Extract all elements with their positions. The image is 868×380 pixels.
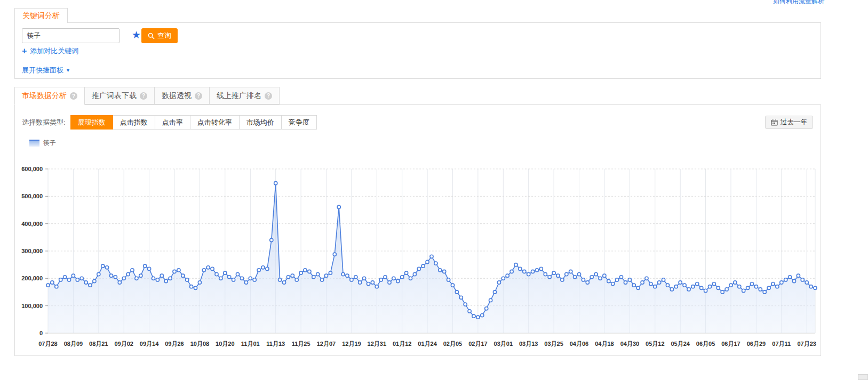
svg-text:100,000: 100,000 (21, 303, 43, 309)
analysis-tab-0[interactable]: 市场数据分析? (14, 87, 85, 105)
market-data-panel: 选择数据类型: 展现指数点击指数点击率点击转化率市场均价竞争度 过去一年 筷子 … (14, 104, 821, 356)
help-icon[interactable]: ? (195, 92, 202, 100)
svg-text:11月13: 11月13 (266, 341, 285, 347)
svg-text:500,000: 500,000 (21, 193, 43, 199)
data-type-button-1[interactable]: 点击指数 (113, 115, 155, 130)
analysis-tab-2[interactable]: 数据透视? (154, 87, 210, 104)
svg-text:04月30: 04月30 (620, 341, 639, 347)
query-button-label: 查询 (157, 31, 171, 41)
add-compare-keyword-link[interactable]: + 添加对比关键词 (22, 46, 78, 56)
keyword-input[interactable] (22, 28, 120, 43)
keyword-search-panel: ★ 查询 + 添加对比关键词 展开快捷面板 ▼ (14, 22, 821, 79)
help-icon[interactable]: ? (140, 92, 147, 100)
svg-text:06月17: 06月17 (721, 341, 740, 347)
svg-text:0: 0 (39, 330, 43, 336)
svg-text:01月24: 01月24 (418, 341, 437, 347)
analysis-tab-label: 数据透视 (162, 91, 192, 101)
analysis-tab-bar: 市场数据分析?推广词表下载?数据透视?线上推广排名? (14, 87, 279, 105)
add-compare-label: 添加对比关键词 (30, 46, 78, 56)
data-type-button-0[interactable]: 展现指数 (70, 115, 113, 130)
svg-text:09月26: 09月26 (165, 341, 184, 347)
svg-text:03月01: 03月01 (494, 341, 513, 347)
svg-text:02月05: 02月05 (443, 341, 462, 347)
svg-text:05月24: 05月24 (671, 341, 690, 347)
data-type-button-group: 展现指数点击指数点击率点击转化率市场均价竞争度 (71, 115, 317, 130)
calendar-icon (771, 119, 778, 126)
svg-text:02月17: 02月17 (468, 341, 487, 347)
svg-text:10月08: 10月08 (190, 341, 209, 347)
date-range-button[interactable]: 过去一年 (765, 116, 813, 129)
analysis-tab-1[interactable]: 推广词表下载? (84, 87, 155, 104)
floating-widget[interactable] (858, 374, 868, 380)
legend-swatch (29, 140, 39, 147)
search-icon (148, 33, 155, 39)
chevron-down-icon: ▼ (66, 68, 70, 73)
data-type-button-2[interactable]: 点击率 (155, 115, 190, 130)
svg-text:07月23: 07月23 (797, 341, 816, 347)
chart-legend: 筷子 (29, 139, 56, 148)
svg-text:04月06: 04月06 (570, 341, 588, 347)
analysis-tab-label: 市场数据分析 (22, 91, 67, 101)
svg-text:12月19: 12月19 (342, 341, 361, 347)
svg-text:600,000: 600,000 (21, 166, 43, 172)
trend-chart[interactable]: 07月2808月0908月2109月0209月1409月2610月0810月20… (15, 150, 821, 353)
help-icon[interactable]: ? (70, 92, 77, 100)
trend-chart-container: 07月2808月0908月2109月0209月1409月2610月0810月20… (15, 150, 821, 353)
analysis-tab-3[interactable]: 线上推广排名? (209, 87, 280, 104)
svg-text:12月31: 12月31 (368, 341, 386, 347)
data-type-button-4[interactable]: 市场均价 (239, 115, 282, 130)
data-type-row: 选择数据类型: 展现指数点击指数点击率点击转化率市场均价竞争度 过去一年 (22, 115, 813, 130)
plus-icon: + (22, 47, 27, 55)
expand-quick-panel-link[interactable]: 展开快捷面板 ▼ (22, 66, 70, 75)
analysis-tab-label: 推广词表下载 (92, 91, 137, 101)
svg-text:09月14: 09月14 (140, 341, 159, 347)
svg-text:06月05: 06月05 (696, 341, 715, 347)
svg-text:07月11: 07月11 (772, 341, 791, 347)
how-to-use-traffic-analysis-link[interactable]: 如何利用流量解析 (773, 0, 824, 6)
svg-text:03月13: 03月13 (519, 341, 538, 347)
svg-text:11月25: 11月25 (292, 341, 310, 347)
svg-text:03月25: 03月25 (544, 341, 563, 347)
svg-text:05月12: 05月12 (646, 341, 664, 347)
legend-label: 筷子 (43, 139, 56, 148)
svg-text:01月12: 01月12 (393, 341, 411, 347)
tab-keyword-analysis[interactable]: 关键词分析 (14, 8, 68, 23)
svg-text:08月21: 08月21 (89, 341, 108, 347)
svg-text:300,000: 300,000 (21, 248, 43, 254)
svg-text:08月09: 08月09 (64, 341, 83, 347)
svg-text:11月01: 11月01 (241, 341, 260, 347)
svg-text:09月02: 09月02 (114, 341, 133, 347)
svg-text:07月28: 07月28 (38, 341, 57, 347)
svg-text:10月20: 10月20 (216, 341, 234, 347)
data-type-label: 选择数据类型: (22, 118, 66, 127)
help-icon[interactable]: ? (265, 92, 272, 100)
svg-text:200,000: 200,000 (21, 275, 43, 281)
data-type-button-5[interactable]: 竞争度 (281, 115, 317, 130)
analysis-tab-label: 线上推广排名 (217, 91, 261, 101)
svg-text:06月29: 06月29 (747, 341, 766, 347)
date-range-label: 过去一年 (781, 118, 807, 127)
expand-panel-label: 展开快捷面板 (22, 66, 63, 75)
svg-text:12月07: 12月07 (317, 341, 336, 347)
svg-text:04月18: 04月18 (595, 341, 614, 347)
data-type-button-3[interactable]: 点击转化率 (190, 115, 240, 130)
query-button[interactable]: 查询 (141, 28, 178, 43)
favorite-star-icon[interactable]: ★ (132, 28, 141, 43)
svg-text:400,000: 400,000 (21, 221, 43, 227)
